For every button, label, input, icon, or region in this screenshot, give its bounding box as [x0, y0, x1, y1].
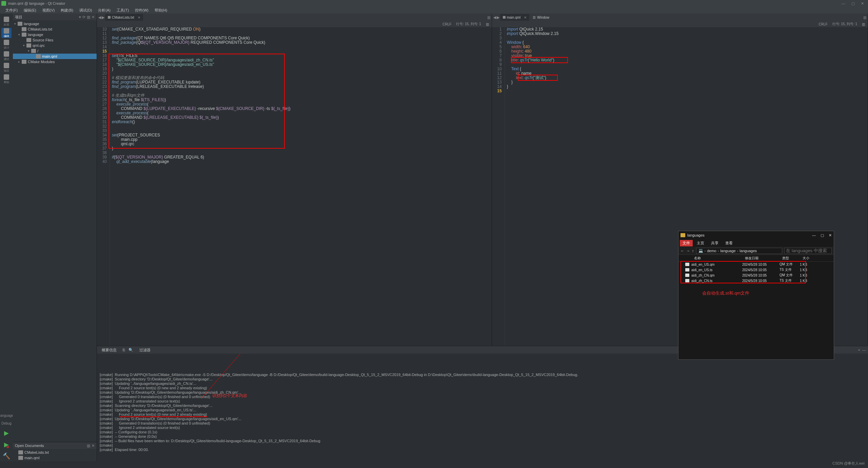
close-button[interactable]: ✕	[829, 233, 832, 238]
run-button[interactable]: ▶	[4, 429, 9, 437]
file-icon	[685, 263, 689, 266]
mode-button[interactable]: 编辑	[1, 28, 12, 38]
tree-node[interactable]: CMakeLists.txt	[13, 26, 97, 32]
back-button[interactable]: ←	[680, 249, 684, 253]
tree-node[interactable]: ▾/	[13, 48, 97, 54]
split-icon[interactable]: ▥	[87, 15, 90, 19]
tree-node[interactable]: ▾qml.qrc	[13, 43, 97, 48]
forward-button[interactable]: →	[686, 249, 690, 253]
split-icon[interactable]: ▥	[87, 444, 90, 448]
split-editor-icon[interactable]: ▥	[487, 16, 490, 19]
explorer-menu-item[interactable]: 查看	[723, 240, 735, 246]
line-ending[interactable]: CRLF	[442, 22, 451, 26]
mode-button[interactable]: 调试	[1, 51, 12, 61]
menu-item[interactable]: 编辑(E)	[21, 7, 39, 14]
mode-icon	[4, 17, 9, 22]
menu-item[interactable]: 分析(A)	[95, 7, 113, 14]
minimize-button[interactable]: —	[812, 233, 816, 238]
open-doc-item[interactable]: main.qml	[13, 455, 97, 461]
tree-node[interactable]: ▸CMake Modules	[13, 59, 97, 64]
tab-window-outline[interactable]: ☰Window	[530, 14, 552, 21]
close-button[interactable]: ✕	[861, 1, 864, 6]
column-header[interactable]: 大小	[801, 255, 817, 261]
tree-node[interactable]: ▾language	[13, 32, 97, 37]
mode-button[interactable]: 帮助	[1, 74, 12, 84]
column-header[interactable]: 修改日期	[743, 255, 780, 261]
debug-button[interactable]: ▶🐞	[4, 441, 9, 448]
outline-icon[interactable]: ▥	[486, 22, 489, 26]
tab-cmakelists[interactable]: CMakeLists.txt✕	[105, 14, 143, 21]
tree-node[interactable]: main.qml	[13, 54, 97, 59]
crumb-segment[interactable]: language	[720, 249, 735, 253]
app-icon	[1, 1, 6, 6]
menu-item[interactable]: 调试(D)	[77, 7, 95, 14]
tree-node[interactable]: ▾language	[13, 21, 97, 26]
menu-item[interactable]: 工具(T)	[114, 7, 132, 14]
file-row[interactable]: aidi_en_US.ts2024/5/28 10:05TS 文件1 KB	[678, 267, 834, 273]
locate-icon[interactable]: ⎘	[123, 348, 125, 352]
open-doc-item[interactable]: CMakeLists.txt	[13, 450, 97, 455]
breadcrumb[interactable]: 💻›demo›language›languages	[696, 248, 783, 254]
maximize-button[interactable]: ▢	[851, 1, 855, 6]
minimize-button[interactable]: —	[842, 1, 845, 6]
build-button[interactable]: 🔨	[3, 452, 10, 460]
tab-label: main.qml	[507, 16, 521, 19]
menu-item[interactable]: 构建(B)	[58, 7, 76, 14]
drive-icon: 💻	[698, 248, 703, 253]
file-icon	[685, 274, 689, 277]
close-tab-icon[interactable]: ✕	[524, 16, 527, 19]
project-tree[interactable]: ▾languageCMakeLists.txt▾languageSource F…	[13, 20, 97, 232]
tree-icon: ☰	[533, 16, 536, 19]
explorer-menu-item[interactable]: 共享	[708, 240, 721, 246]
menu-item[interactable]: 控件(W)	[132, 7, 151, 14]
file-row[interactable]: aidi_en_US.qm2024/5/28 10:05QM 文件1 KB	[678, 262, 834, 267]
mode-button[interactable]: 欢迎	[1, 16, 12, 26]
close-panel-icon[interactable]: ✕	[92, 15, 95, 19]
forward-button[interactable]: ▶	[497, 15, 499, 20]
filter-icon[interactable]: ▾	[79, 15, 81, 19]
up-button[interactable]: ↑	[692, 249, 694, 253]
close-panel-icon[interactable]: ✕	[92, 444, 95, 448]
kit-selector-project[interactable]: language	[0, 412, 14, 419]
forward-button[interactable]: ▶	[102, 15, 104, 20]
file-icon	[22, 27, 26, 31]
outline-icon[interactable]: ▥	[862, 22, 865, 26]
line-ending[interactable]: CRLF	[819, 22, 828, 26]
mode-button[interactable]: 设计	[1, 39, 12, 50]
code-area[interactable]: 1011121314151617181920212223242526272829…	[97, 27, 492, 346]
close-tab-icon[interactable]: ✕	[138, 16, 140, 19]
explorer-menu-item[interactable]: 主页	[694, 240, 707, 246]
output-tab-filter[interactable]: 过滤器	[137, 348, 153, 353]
remove-pane-icon[interactable]: —	[862, 348, 866, 352]
search-icon[interactable]: 🔍	[129, 348, 133, 352]
tree-node[interactable]: Source Files	[13, 37, 97, 43]
column-header[interactable]: 类型	[780, 255, 801, 261]
cursor-position[interactable]: 行号: 15, 列号: 1	[832, 22, 857, 26]
output-tab-summary[interactable]: 概要信息	[99, 348, 119, 353]
crumb-segment[interactable]: demo	[707, 249, 716, 253]
kit-selector-config[interactable]: Debug	[1, 420, 11, 427]
output-text[interactable]: 识别到2个文本内容 [cmake] Running D:\APP\Qt\Tool…	[97, 354, 868, 461]
add-pane-icon[interactable]: +	[858, 348, 860, 352]
search-input[interactable]	[784, 248, 832, 254]
split-editor-icon[interactable]: ▥	[863, 16, 866, 19]
file-explorer-window[interactable]: languages —▢✕ 文件主页共享查看 ← → ↑ 💻›demo›lang…	[678, 231, 834, 360]
explorer-menu-item[interactable]: 文件	[680, 240, 693, 246]
crumb-segment[interactable]: languages	[739, 249, 757, 253]
sync-icon[interactable]: ⟳	[82, 15, 85, 19]
editor-left: ◀ ▶ CMakeLists.txt✕ ▥ CRLF 行号: 15, 列号: 1…	[97, 14, 492, 346]
file-row[interactable]: aidi_zh_CN.qm2024/5/28 10:05QM 文件1 KB	[678, 273, 834, 278]
file-icon	[18, 450, 23, 454]
maximize-button[interactable]: ▢	[821, 233, 824, 238]
back-button[interactable]: ◀	[98, 15, 101, 20]
file-row[interactable]: aidi_zh_CN.ts2024/5/28 10:05TS 文件1 KB	[678, 278, 834, 283]
mode-button[interactable]: 项目	[1, 62, 12, 73]
cursor-position[interactable]: 行号: 15, 列号: 1	[456, 22, 481, 26]
menu-item[interactable]: 帮助(H)	[152, 7, 170, 14]
projects-panel-header: 项目 ▾⟳▥✕	[13, 14, 97, 20]
menu-item[interactable]: 文件(F)	[3, 7, 20, 14]
tab-main-qml[interactable]: main.qml✕	[500, 14, 530, 21]
column-header[interactable]: 名称	[692, 255, 743, 261]
back-button[interactable]: ◀	[493, 15, 496, 20]
menu-item[interactable]: 视图(V)	[40, 7, 58, 14]
